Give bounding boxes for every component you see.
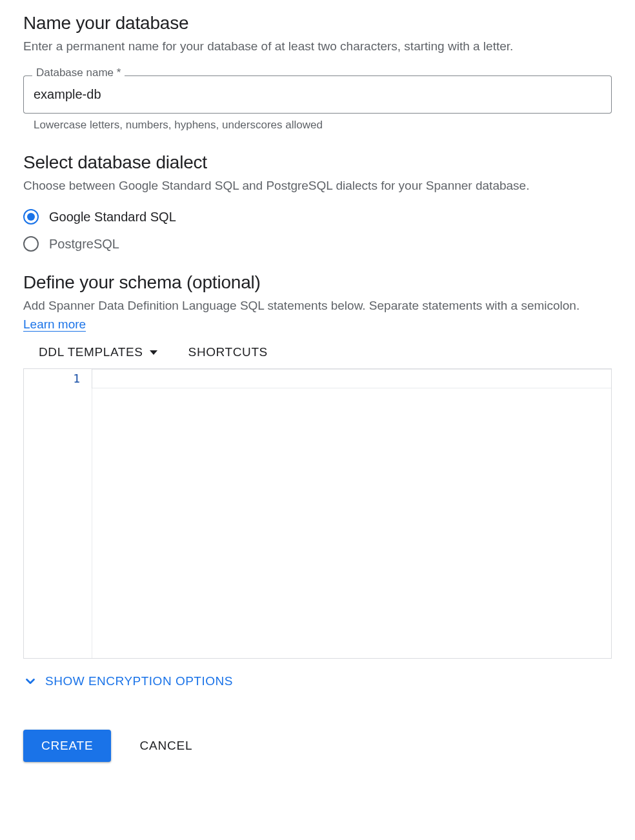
radio-label: PostgreSQL [49, 237, 119, 252]
database-name-input[interactable] [23, 75, 612, 114]
dialect-section: Select database dialect Choose between G… [23, 152, 612, 252]
radio-icon [23, 209, 39, 225]
dialect-title: Select database dialect [23, 152, 612, 173]
name-database-desc: Enter a permanent name for your database… [23, 37, 612, 56]
schema-title: Define your schema (optional) [23, 272, 612, 293]
dialect-desc: Choose between Google Standard SQL and P… [23, 177, 612, 195]
schema-desc-text: Add Spanner Data Definition Language SQL… [23, 299, 580, 312]
radio-label: Google Standard SQL [49, 210, 176, 225]
dialect-option-google-standard-sql[interactable]: Google Standard SQL [23, 209, 612, 225]
learn-more-link[interactable]: Learn more [23, 317, 86, 332]
encryption-toggle-label: SHOW ENCRYPTION OPTIONS [45, 674, 233, 688]
ddl-templates-button[interactable]: DDL TEMPLATES [39, 345, 157, 359]
schema-desc: Add Spanner Data Definition Language SQL… [23, 297, 612, 334]
action-buttons: CREATE CANCEL [23, 730, 612, 762]
gutter-column [24, 388, 92, 658]
chevron-down-icon [23, 674, 37, 688]
shortcuts-label: SHORTCUTS [188, 345, 268, 359]
dialect-option-postgresql[interactable]: PostgreSQL [23, 236, 612, 252]
caret-down-icon [150, 350, 157, 355]
shortcuts-button[interactable]: SHORTCUTS [188, 345, 268, 359]
create-button[interactable]: CREATE [23, 730, 111, 762]
dialect-radio-group: Google Standard SQL PostgreSQL [23, 209, 612, 252]
code-editor-body[interactable] [24, 388, 611, 658]
database-name-hint: Lowercase letters, numbers, hyphens, und… [23, 119, 612, 132]
name-database-title: Name your database [23, 13, 612, 34]
radio-icon [23, 236, 39, 252]
show-encryption-options-toggle[interactable]: SHOW ENCRYPTION OPTIONS [23, 674, 233, 688]
ddl-code-editor[interactable]: 1 [23, 368, 612, 659]
editor-toolbar: DDL TEMPLATES SHORTCUTS [23, 334, 612, 368]
line-number: 1 [24, 369, 92, 388]
code-line-1: 1 [24, 369, 611, 388]
active-line-highlight [92, 369, 611, 388]
ddl-templates-label: DDL TEMPLATES [39, 345, 143, 359]
name-database-section: Name your database Enter a permanent nam… [23, 13, 612, 132]
database-name-field[interactable]: Database name * [23, 75, 612, 114]
code-content[interactable] [92, 369, 611, 388]
schema-section: Define your schema (optional) Add Spanne… [23, 272, 612, 691]
cancel-button[interactable]: CANCEL [134, 730, 197, 762]
